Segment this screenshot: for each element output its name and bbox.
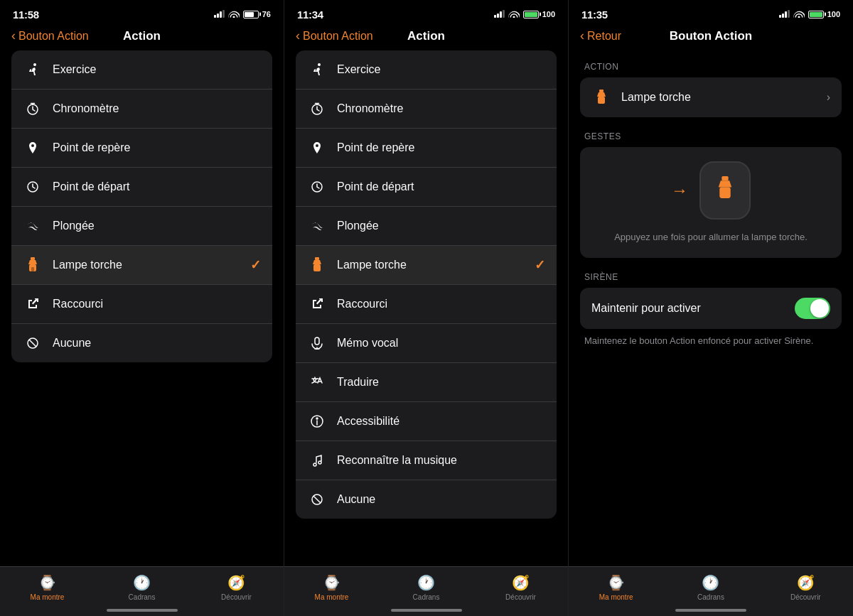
back-button-3[interactable]: ‹ Retour [580, 28, 621, 43]
raccourci-label-1: Raccourci [53, 298, 261, 310]
nav-header-3: ‹ Retour Bouton Action [569, 26, 853, 50]
battery-label-2: 100 [542, 10, 555, 18]
back-button-2[interactable]: ‹ Bouton Action [296, 28, 373, 43]
action-list-2: Exercice Chronomètre Point de repère Poi… [296, 50, 557, 519]
tab-bar-3: ⌚ Ma montre 🕐 Cadrans 🧭 Découvrir [569, 566, 853, 616]
list-item-music-2[interactable]: Reconnaître la musique [296, 441, 557, 480]
list-item-waypoint-1[interactable]: Point de repère [11, 129, 272, 168]
watch-mockup [699, 161, 751, 220]
status-time-3: 11:35 [581, 9, 608, 21]
list-item-start-2[interactable]: Point de départ [296, 168, 557, 207]
tab-cadrans-3[interactable]: 🕐 Cadrans [686, 574, 736, 601]
svg-point-8 [318, 63, 321, 66]
tab-cadrans-2[interactable]: 🕐 Cadrans [402, 574, 451, 601]
svg-rect-21 [599, 90, 603, 92]
battery-label-3: 100 [827, 10, 840, 18]
dive-icon-1 [23, 216, 43, 236]
clock-tab-icon-1: 🕐 [133, 574, 151, 591]
waypoint-label-2: Point de repère [337, 141, 545, 154]
svg-rect-13 [315, 337, 319, 345]
run-icon-1 [23, 60, 43, 80]
signal-icon-2 [494, 11, 505, 18]
back-label-2: Bouton Action [303, 30, 373, 43]
compass-tab-icon-1: 🧭 [227, 574, 245, 591]
tab-cadrans-1[interactable]: 🕐 Cadrans [117, 574, 167, 601]
start-label-2: Point de départ [337, 180, 545, 193]
signal-icon-1 [214, 11, 225, 18]
tab-bar-1: ⌚ Ma montre 🕐 Cadrans 🧭 Découvrir [0, 566, 284, 616]
list-item-traduire-2[interactable]: Traduire [296, 363, 557, 402]
tab-decouvrir-3[interactable]: 🧭 Découvrir [780, 574, 830, 601]
exercice-label-1: Exercice [53, 63, 261, 76]
svg-rect-12 [313, 264, 321, 271]
list-item-chrono-2[interactable]: Chronomètre [296, 90, 557, 129]
tab-cadrans-label-2: Cadrans [413, 593, 440, 601]
tab-decouvrir-label-3: Découvrir [790, 593, 821, 601]
tab-decouvrir-1[interactable]: 🧭 Découvrir [212, 574, 262, 601]
tab-bar-2: ⌚ Ma montre 🕐 Cadrans 🧭 Découvrir [284, 566, 568, 616]
list-item-exercice-2[interactable]: Exercice [296, 50, 557, 90]
battery-icon-3 [808, 11, 824, 18]
list-item-access-2[interactable]: Accessibilité [296, 402, 557, 441]
clock-tab-icon-2: 🕐 [417, 574, 435, 591]
status-icons-3: 100 [779, 9, 840, 20]
list-item-start-1[interactable]: Point de départ [11, 168, 272, 207]
tab-ma-montre-3[interactable]: ⌚ Ma montre [591, 574, 641, 601]
list-item-memo-2[interactable]: Mémo vocal [296, 324, 557, 363]
svg-rect-23 [721, 176, 728, 180]
dive-label-2: Plongée [337, 220, 545, 232]
sirene-toggle[interactable] [795, 298, 830, 319]
start-icon-2 [307, 177, 327, 197]
gestes-section-label: GESTES [580, 120, 842, 147]
nav-title-2: Action [407, 29, 445, 43]
wifi-icon-3 [793, 9, 805, 20]
status-bar-1: 11:58 76 [0, 0, 284, 26]
waypoint-label-1: Point de repère [53, 141, 261, 154]
watch-torch-display-icon [715, 176, 735, 205]
translate-icon-2 [307, 372, 327, 392]
gesture-box: → Appuyez une fois pour allumer la lampe… [580, 147, 842, 258]
status-time-2: 11:34 [297, 9, 323, 21]
torch-label-2: Lampe torche [337, 259, 535, 271]
memo-label-2: Mémo vocal [337, 337, 545, 350]
tab-ma-montre-2[interactable]: ⌚ Ma montre [307, 574, 357, 601]
list-item-torch-1[interactable]: Lampe torche ✓ [11, 246, 272, 285]
svg-rect-5 [31, 267, 34, 271]
back-button-1[interactable]: ‹ Bouton Action [11, 28, 89, 43]
toggle-knob [810, 299, 829, 318]
memo-icon-2 [307, 333, 327, 353]
battery-icon-1 [243, 11, 259, 18]
tab-ma-montre-1[interactable]: ⌚ Ma montre [23, 574, 73, 601]
tab-decouvrir-2[interactable]: 🧭 Découvrir [496, 574, 546, 601]
tab-cadrans-label-1: Cadrans [129, 593, 156, 601]
nav-header-1: ‹ Bouton Action Action [0, 26, 284, 50]
status-bar-2: 11:34 100 [284, 0, 568, 26]
sirene-section: SIRÈNE Maintenir pour activer Maintenez … [580, 261, 842, 347]
svg-rect-11 [315, 257, 319, 260]
list-item-waypoint-2[interactable]: Point de repère [296, 129, 557, 168]
sirene-caption: Maintenez le bouton Action enfoncé pour … [580, 329, 842, 347]
gesture-arrow-icon: → [671, 180, 688, 200]
list-item-dive-1[interactable]: Plongée [11, 207, 272, 246]
action-section-label: ACTION [580, 50, 842, 77]
nav-title-3: Bouton Action [670, 29, 752, 43]
music-label-2: Reconnaître la musique [337, 454, 545, 467]
stopwatch-icon-2 [307, 99, 327, 119]
list-item-exercice-1[interactable]: Exercice [11, 50, 272, 90]
wifi-icon-2 [508, 9, 520, 20]
signal-icon-3 [779, 11, 790, 18]
list-item-raccourci-2[interactable]: Raccourci [296, 285, 557, 324]
battery-label-1: 76 [262, 10, 271, 18]
list-item-aucune-2[interactable]: Aucune [296, 480, 557, 519]
list-item-raccourci-1[interactable]: Raccourci [11, 285, 272, 324]
checkmark-1: ✓ [250, 257, 261, 273]
panel3-content: ACTION Lampe torche › GESTES → [569, 50, 853, 616]
list-item-aucune-1[interactable]: Aucune [11, 324, 272, 362]
action-row[interactable]: Lampe torche › [580, 77, 842, 117]
list-item-chrono-1[interactable]: Chronomètre [11, 90, 272, 129]
start-label-1: Point de départ [53, 180, 261, 193]
status-bar-3: 11:35 100 [569, 0, 853, 26]
list-item-torch-2[interactable]: Lampe torche ✓ [296, 246, 557, 285]
list-item-dive-2[interactable]: Plongée [296, 207, 557, 246]
traduire-label-2: Traduire [337, 376, 545, 389]
